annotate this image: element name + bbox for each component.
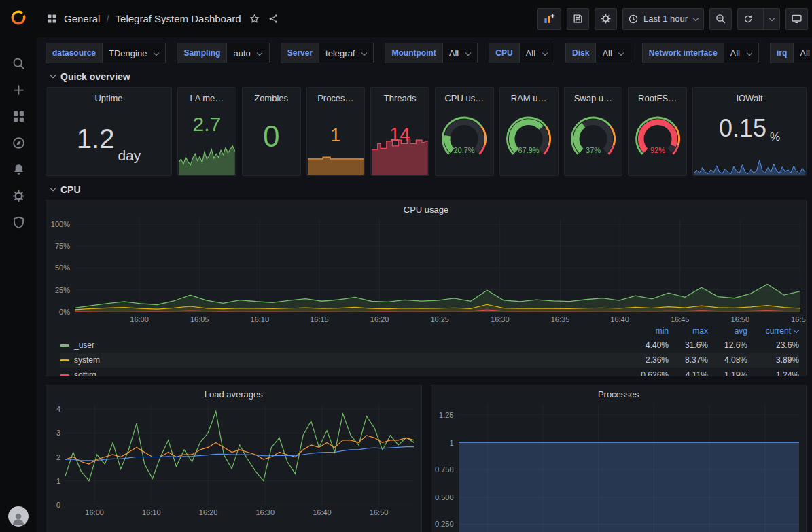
chevron-down-icon — [50, 73, 56, 79]
variable-mountpoint: Mountpoint All — [385, 43, 478, 63]
svg-text:92%: 92% — [650, 146, 665, 154]
panel-iowait: IOWait 0.15 % — [692, 87, 807, 176]
legend-row: _user 4.40% 31.6% 12.6% 23.6% — [60, 338, 799, 353]
panel-title[interactable]: LA me… — [178, 88, 236, 103]
panel-title[interactable]: Load averages — [46, 385, 421, 403]
chevron-down-icon — [465, 50, 471, 56]
grafana-logo[interactable] — [9, 8, 28, 30]
refresh-button-group — [737, 8, 780, 30]
variable-label: Sampling — [177, 43, 226, 63]
refresh-interval-dropdown[interactable] — [763, 9, 779, 29]
legend-sort-min[interactable]: min — [629, 326, 669, 336]
clock-icon — [628, 14, 639, 24]
uptime-value: 1.2 day — [46, 108, 171, 169]
sidebar — [0, 0, 37, 532]
load-averages-plot[interactable] — [65, 404, 414, 505]
legend-sort-current[interactable]: current — [747, 326, 799, 336]
processes-chart: 1.25 1 0.750 0.500 0.250 — [431, 404, 801, 532]
panel-title[interactable]: RAM u… — [500, 88, 558, 103]
chevron-down-icon — [361, 50, 367, 56]
series-name[interactable]: system — [74, 355, 629, 365]
server-admin-shield-icon[interactable] — [3, 209, 33, 236]
variable-value-dropdown[interactable]: telegraf — [319, 43, 374, 63]
y-axis: 1.25 1 0.750 0.500 0.250 — [431, 404, 459, 532]
load-averages-chart: 4 3 2 1 0 16:00 16:10 16:20 16:30 16:40 … — [46, 404, 416, 517]
processes-plot[interactable] — [459, 404, 800, 532]
series-color-swatch — [60, 374, 69, 376]
chevron-down-icon — [618, 50, 624, 56]
zoom-out-time-button[interactable] — [709, 8, 732, 30]
template-variables-row: datasource TDengine Sampling auto Server… — [46, 43, 807, 63]
dashboard-scroll-area: datasource TDengine Sampling auto Server… — [37, 37, 812, 532]
variable-datasource: datasource TDengine — [46, 43, 166, 63]
variable-value-dropdown[interactable]: All — [519, 43, 554, 63]
legend-sort-avg[interactable]: avg — [708, 326, 747, 336]
variable-label: CPU — [489, 43, 518, 63]
breadcrumb-dashboard-title[interactable]: Telegraf System Dashboard — [116, 13, 241, 24]
variable-label: datasource — [46, 43, 102, 63]
cpu-usage-plot[interactable] — [75, 219, 800, 312]
variable-value-dropdown[interactable]: All — [724, 43, 759, 63]
legend-row: system 2.36% 8.37% 4.08% 3.89% — [60, 353, 799, 368]
quick-overview-panels: Uptime 1.2 day LA me… 2.7 Zombies 0 — [46, 87, 807, 176]
panel-title[interactable]: RootFS… — [629, 88, 686, 103]
main-area: General / Telegraf System Dashboard Last… — [37, 0, 812, 532]
explore-compass-icon[interactable] — [3, 130, 33, 156]
panel-title[interactable]: Processes — [431, 385, 807, 403]
variable-value-dropdown[interactable]: TDengine — [102, 43, 166, 63]
panel-threads: Threads 14 — [370, 87, 429, 176]
bottom-panels-row: Load averages 4 3 2 1 0 16:00 16:10 16:2… — [46, 385, 807, 532]
legend-sort-max[interactable]: max — [669, 326, 708, 336]
panel-swap-used-gauge: Swap u… 37% — [564, 87, 623, 176]
variable-sampling: Sampling auto — [177, 43, 269, 63]
configuration-gear-icon[interactable] — [3, 183, 33, 209]
panel-load-averages: Load averages 4 3 2 1 0 16:00 16:10 16:2… — [46, 385, 422, 532]
panel-title[interactable]: CPU us… — [436, 88, 493, 103]
y-axis: 100% 75% 50% 25% 0% — [46, 219, 75, 312]
chevron-down-icon — [153, 50, 159, 56]
row-header-cpu[interactable]: CPU — [50, 183, 807, 196]
rootfs-used-gauge: 92% — [629, 104, 686, 174]
breadcrumb-section[interactable]: General — [64, 13, 100, 24]
variable-value-dropdown[interactable]: All — [595, 43, 631, 63]
user-avatar[interactable] — [8, 506, 29, 527]
toolbar-actions: Last 1 hour — [537, 8, 808, 30]
variable-value-dropdown[interactable]: All — [793, 43, 812, 63]
row-header-quick-overview[interactable]: Quick overview — [50, 70, 807, 84]
chevron-down-icon — [793, 327, 799, 333]
series-name[interactable]: softirq — [74, 370, 629, 376]
cycle-view-button[interactable] — [785, 8, 808, 30]
save-dashboard-button[interactable] — [567, 8, 589, 30]
alerting-bell-icon[interactable] — [3, 156, 33, 183]
time-range-label: Last 1 hour — [643, 14, 688, 24]
search-icon[interactable] — [3, 50, 33, 77]
panel-processes-stat: Proces… 1 — [306, 87, 366, 176]
panel-title[interactable]: Threads — [371, 88, 429, 103]
breadcrumb-separator: / — [106, 13, 109, 24]
swap-used-gauge: 37% — [565, 104, 622, 174]
dashboards-icon[interactable] — [3, 103, 33, 130]
variable-server: Server telegraf — [281, 43, 374, 63]
variable-cpu: CPU All — [489, 43, 554, 63]
dashboard-settings-button[interactable] — [595, 8, 617, 30]
create-icon[interactable] — [3, 77, 33, 103]
legend-rows: _user 4.40% 31.6% 12.6% 23.6% system 2.3… — [60, 338, 799, 376]
variable-value-dropdown[interactable]: All — [442, 43, 478, 63]
iowait-sparkline — [694, 154, 805, 175]
variable-value-dropdown[interactable]: auto — [226, 43, 269, 63]
share-icon[interactable] — [268, 13, 279, 24]
panel-title[interactable]: Swap u… — [565, 88, 622, 103]
panel-title[interactable]: Proces… — [307, 88, 365, 103]
add-panel-button[interactable] — [537, 8, 561, 30]
panel-title[interactable]: CPU usage — [46, 200, 806, 218]
refresh-button[interactable] — [738, 9, 758, 29]
series-name[interactable]: _user — [74, 340, 629, 350]
panel-title[interactable]: IOWait — [693, 88, 806, 103]
series-color-swatch — [60, 344, 69, 347]
panel-title[interactable]: Zombies — [243, 88, 300, 103]
cpu-used-gauge: 20.7% — [436, 104, 493, 174]
panel-title[interactable]: Uptime — [46, 88, 171, 103]
time-range-picker[interactable]: Last 1 hour — [622, 8, 704, 30]
favorite-star-icon[interactable] — [249, 13, 260, 24]
series-color-swatch — [60, 359, 69, 361]
